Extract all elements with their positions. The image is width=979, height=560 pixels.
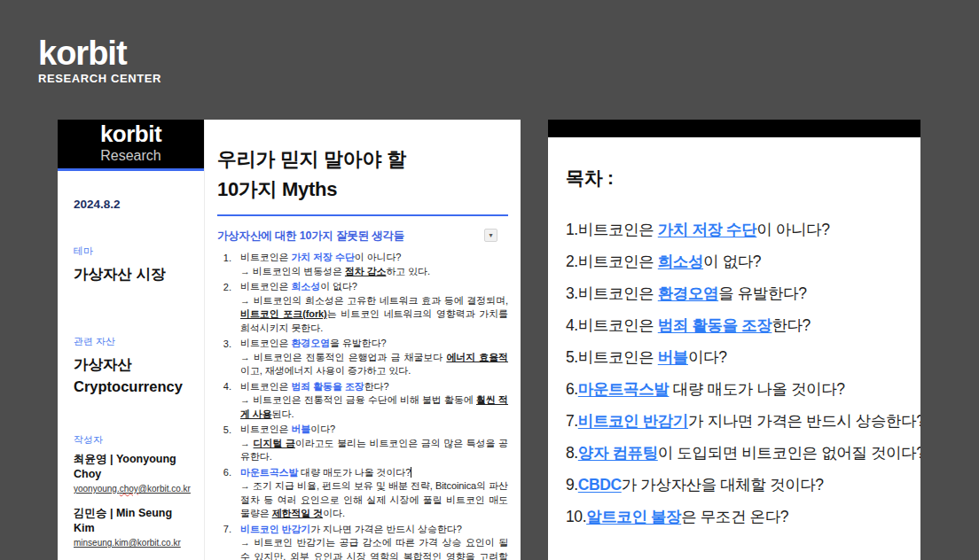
- report-header-logo: korbit Research: [58, 120, 204, 168]
- text-segment: 이 없다?: [320, 281, 357, 292]
- text-segment: 비트코인은: [578, 348, 658, 366]
- report-content: 우리가 믿지 말아야 할 10가지 Myths 가상자산에 대한 10가지 잘못…: [205, 120, 521, 560]
- myth-body: 비트코인은 환경오염을 유발한다?→ 비트코인은 전통적인 은행업과 금 채굴보…: [240, 337, 508, 378]
- myth-body: 비트코인은 가치 저장 수단이 아니다?→ 비트코인의 변동성은 점차 감소하고…: [240, 251, 508, 278]
- myth-item: 4.비트코인은 범죄 활동을 조장한다?→ 비트코인은 전통적인 금융 수단에 …: [217, 380, 508, 422]
- text-segment: 비트코인은: [240, 252, 291, 262]
- myth-item: 6.마운트곡스발 대량 매도가 나올 것이다?→ 조기 지급 비율, 펀드의 보…: [217, 466, 508, 521]
- toc-item: 2.비트코인은 희소성이 없다?: [566, 245, 903, 277]
- toc-item: 6.마운트곡스발 대량 매도가 나올 것이다?: [566, 373, 903, 405]
- myth-item: 1.비트코인은 가치 저장 수단이 아니다?→ 비트코인의 변동성은 점차 감소…: [217, 251, 508, 278]
- toc-keyword-link[interactable]: 가치 저장 수단: [658, 221, 757, 238]
- text-segment: 비트코인은: [578, 221, 658, 238]
- myth-body: 비트코인 반감기가 지나면 가격은 반드시 상승한다?→ 비트코인 반감기는 공…: [240, 523, 508, 560]
- emphasis-text: 디지털 금: [254, 438, 295, 448]
- myth-question: 비트코인은 가치 저장 수단이 아니다?: [240, 251, 508, 265]
- toc-list: 1.비트코인은 가치 저장 수단이 아니다?2.비트코인은 희소성이 없다?3.…: [566, 214, 903, 533]
- text-cursor: [411, 467, 411, 478]
- text-segment: 이 아니다?: [756, 221, 829, 238]
- korbit-logo-wordmark: korbit: [100, 121, 161, 146]
- text-segment: 가 가상자산을 대체할 것이다?: [622, 476, 824, 494]
- text-segment: 비트코인은: [240, 281, 291, 292]
- emphasis-text: 점차 감소: [345, 266, 387, 276]
- myth-body: 비트코인은 희소성이 없다?→ 비트코인의 희소성은 고유한 네트워크 효과 등…: [240, 280, 508, 335]
- toc-body: 목차 : 1.비트코인은 가치 저장 수단이 아니다?2.비트코인은 희소성이 …: [548, 137, 920, 533]
- myth-number: 5.: [217, 423, 231, 464]
- author-name: 김민승 | Min Seung Kim: [74, 506, 195, 536]
- text-segment: 하고 있다.: [386, 266, 430, 276]
- authors-label: 작성자: [74, 433, 195, 447]
- text-segment: 가 지나면 가격은 반드시 상승한다?: [688, 412, 920, 430]
- blue-divider-rule: [217, 214, 508, 216]
- sidebar-section: 테마가상자산 시장: [74, 245, 195, 285]
- toc-item-number: 5.: [566, 348, 578, 366]
- toc-item: 1.비트코인은 가치 저장 수단이 아니다?: [566, 214, 903, 245]
- research-logo-subtitle: Research: [100, 146, 161, 166]
- myth-answer: → 비트코인은 전통적인 은행업과 금 채굴보다 에너지 효율적이고, 재생에너…: [240, 351, 508, 378]
- author-entry: 김민승 | Min Seung Kimminseung.kim@korbit.c…: [74, 506, 195, 549]
- text-segment: →: [240, 438, 254, 448]
- text-segment: 이 아니다?: [355, 252, 402, 262]
- report-sidebar-body: 2024.8.2 테마가상자산 시장관련 자산가상자산Cryptocurrenc…: [58, 171, 204, 560]
- toc-item-number: 9.: [566, 476, 578, 494]
- myth-question: 비트코인은 희소성이 없다?: [240, 280, 508, 294]
- toc-keyword-link[interactable]: CBDC: [578, 476, 622, 494]
- toc-keyword-link[interactable]: 범죄 활동을 조장: [658, 316, 772, 334]
- toc-item-number: 6.: [566, 380, 578, 398]
- korbit-research-center-logo: korbit RESEARCH CENTER: [38, 35, 161, 85]
- toc-item: 3.비트코인은 환경오염을 유발한다?: [566, 277, 903, 309]
- brand-wordmark: korbit: [38, 35, 161, 71]
- sidebar-section-value: 가상자산: [74, 354, 195, 376]
- myth-number: 3.: [217, 337, 231, 378]
- emphasis-text: 에너지 효율적: [446, 352, 508, 362]
- toc-item-number: 2.: [566, 253, 578, 270]
- authors-section: 작성자 최윤영 | Yoonyoung Choyyoonyoung.choy@k…: [74, 433, 195, 549]
- toc-item: 7.비트코인 반감기가 지나면 가격은 반드시 상승한다?: [566, 405, 903, 437]
- chevron-down-icon[interactable]: ▾: [484, 229, 497, 242]
- toc-keyword-link[interactable]: 마운트곡스발: [578, 380, 670, 398]
- sidebar-sections: 테마가상자산 시장관련 자산가상자산Cryptocurrency: [74, 245, 195, 398]
- report-sidebar: korbit Research 2024.8.2 테마가상자산 시장관련 자산가…: [58, 120, 205, 560]
- myth-question: 마운트곡스발 대량 매도가 나올 것이다?: [240, 466, 508, 480]
- toc-keyword-link[interactable]: 버블: [658, 348, 688, 366]
- email-part: yoonyoung.: [74, 484, 120, 494]
- author-entry: 최윤영 | Yoonyoung Choyyoonyoung.choy@korbi…: [74, 452, 195, 495]
- author-email-link[interactable]: minseung.kim@korbit.co.kr: [74, 536, 195, 549]
- email-part: @korbit.co.kr: [138, 484, 191, 494]
- sidebar-section: 관련 자산가상자산Cryptocurrency: [74, 335, 195, 398]
- text-segment: → 비트코인의 희소성은 고유한 네트워크 효과 등에 결정되며,: [240, 295, 508, 306]
- toc-item: 4.비트코인은 범죄 활동을 조장한다?: [566, 309, 903, 341]
- text-segment: 한다?: [771, 316, 811, 334]
- myth-number: 4.: [217, 380, 231, 422]
- text-segment: 비트코인은: [578, 253, 658, 270]
- report-title-line1: 우리가 믿지 말아야 할: [217, 144, 508, 175]
- text-segment: 비트코인은: [240, 338, 291, 348]
- text-segment: 이고, 재생에너지 사용이 증가하고 있다.: [240, 365, 411, 376]
- toc-keyword-link[interactable]: 양자 컴퓨팅: [578, 444, 658, 462]
- toc-item: 9.CBDC가 가상자산을 대체할 것이다?: [566, 469, 903, 501]
- toc-keyword-link[interactable]: 비트코인 반감기: [578, 412, 688, 430]
- author-email-link[interactable]: yoonyoung.choy@korbit.co.kr: [74, 482, 195, 495]
- toc-keyword-link[interactable]: 알트코인 불장: [586, 508, 681, 525]
- toc-keyword-link[interactable]: 환경오염: [658, 284, 718, 302]
- myth-number: 2.: [217, 280, 231, 335]
- text-segment: 비트코인은: [240, 424, 291, 434]
- emphasis-text: 비트코인 포크(fork): [240, 308, 327, 319]
- myth-body: 비트코인은 버블이다?→ 디지털 금이라고도 불리는 비트코인은 금의 많은 특…: [240, 423, 508, 464]
- text-segment: → 비트코인 반감기는 공급 감소에 따른 가격 상승 요인이 될 수 있지만,…: [240, 537, 508, 560]
- myth-item: 7.비트코인 반감기가 지나면 가격은 반드시 상승한다?→ 비트코인 반감기는…: [217, 523, 508, 560]
- toc-item-number: 1.: [566, 221, 578, 238]
- myth-answer: → 디지털 금이라고도 불리는 비트코인은 금의 많은 특성을 공유한다.: [240, 437, 508, 464]
- myth-answer: → 비트코인의 변동성은 점차 감소하고 있다.: [240, 265, 508, 279]
- keyword-text: 버블: [291, 424, 310, 434]
- text-segment: 된다.: [272, 408, 294, 419]
- report-title-line2: 10가지 Myths: [217, 175, 508, 205]
- myth-answer: → 조기 지급 비율, 펀드의 보유 및 배분 전략, Bitcoinica의 …: [240, 479, 508, 521]
- keyword-text: 희소성: [291, 281, 320, 292]
- text-segment: 비트코인은: [578, 316, 658, 334]
- toc-heading: 목차 :: [566, 166, 903, 191]
- myth-body: 마운트곡스발 대량 매도가 나올 것이다?→ 조기 지급 비율, 펀드의 보유 …: [240, 466, 508, 521]
- text-segment: → 비트코인은 전통적인 은행업과 금 채굴보다: [240, 352, 446, 362]
- toc-keyword-link[interactable]: 희소성: [658, 253, 703, 270]
- myth-item: 5.비트코인은 버블이다?→ 디지털 금이라고도 불리는 비트코인은 금의 많은…: [217, 423, 508, 464]
